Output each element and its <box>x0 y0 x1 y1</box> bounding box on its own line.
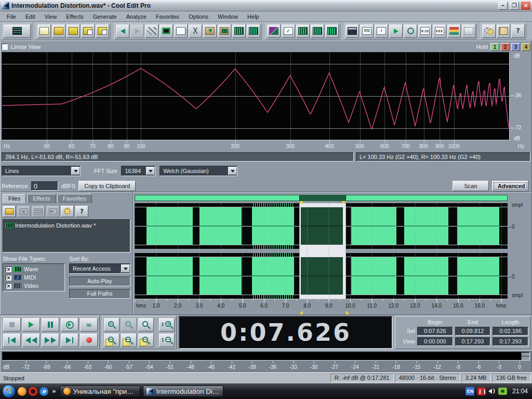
menu-generate[interactable]: Generate <box>88 12 122 21</box>
zoom-to-selection-right-button[interactable]: − <box>138 334 154 347</box>
fast-forward-button[interactable] <box>42 334 59 347</box>
record-button[interactable] <box>80 334 98 347</box>
tab-effects[interactable]: Effects <box>27 194 56 203</box>
copy-button[interactable] <box>174 24 188 38</box>
tone-burst[interactable] <box>252 207 294 245</box>
start-button[interactable] <box>2 384 16 398</box>
reference-input[interactable] <box>31 181 58 191</box>
files-help-button[interactable]: ? <box>75 206 88 217</box>
quicklaunch-ie-icon[interactable]: e <box>39 387 48 396</box>
waveform-channels[interactable] <box>135 203 508 299</box>
save-selection-button[interactable] <box>96 24 109 38</box>
cue-list-button[interactable] <box>345 24 359 38</box>
fft-size-arrow-icon[interactable] <box>146 167 155 175</box>
spectrum-plot-area[interactable] <box>2 52 510 140</box>
nvidia-tray-icon[interactable] <box>498 388 507 395</box>
hold-3-button[interactable]: 3 <box>511 43 520 51</box>
fft-size-dropdown[interactable]: 16384 <box>121 166 155 176</box>
waveform-group-button[interactable] <box>296 24 310 38</box>
scan-button[interactable]: Scan <box>453 181 489 191</box>
file-type-wave-checkbox[interactable]: × <box>6 267 11 272</box>
settings-gears-button[interactable] <box>482 24 496 38</box>
left-channel-waveform[interactable] <box>135 203 508 249</box>
cut-free-button[interactable] <box>145 24 158 38</box>
redo-button[interactable] <box>130 24 144 38</box>
tone-burst[interactable] <box>351 207 396 245</box>
tone-burst[interactable] <box>457 257 499 295</box>
rewind-button[interactable] <box>22 334 40 347</box>
adobe-tray-icon[interactable] <box>477 388 485 395</box>
insert-into-multitrack-button[interactable] <box>32 206 45 217</box>
grid-view-button[interactable]: EEE <box>433 24 446 38</box>
edit-settings-button[interactable]: ✓ <box>282 24 295 38</box>
sel-end-value[interactable]: 0:09.812 <box>455 327 491 336</box>
tone-burst[interactable] <box>404 257 448 295</box>
quicklaunch-firefox-icon[interactable] <box>18 387 26 396</box>
view-toggle-button[interactable] <box>4 24 31 38</box>
meter-clip-indicator[interactable] <box>521 352 529 360</box>
go-to-start-button[interactable] <box>3 334 21 347</box>
time-display[interactable]: 0:07.626 <box>179 316 393 349</box>
display-mode-arrow-icon[interactable] <box>71 167 80 175</box>
level-meter-bar[interactable] <box>2 352 530 361</box>
file-type-video-checkbox[interactable]: × <box>6 283 11 289</box>
menu-edit[interactable]: Edit <box>21 12 40 21</box>
copy-to-clipboard-button[interactable]: Copy to Clipboard <box>78 181 136 191</box>
file-list[interactable]: Intermodulation Distortion.wav * <box>3 219 130 252</box>
advanced-button[interactable]: Advanced <box>492 181 528 191</box>
menu-analyze[interactable]: Analyze <box>122 12 151 21</box>
cut-button[interactable] <box>189 24 202 38</box>
sel-length-value[interactable]: 0:02.186 <box>493 327 528 336</box>
tone-burst[interactable] <box>457 207 499 245</box>
hold-4-button[interactable]: 4 <box>522 43 530 51</box>
display-mode-dropdown[interactable]: Lines <box>2 166 81 176</box>
frequency-analysis-button[interactable]: EQ <box>360 24 374 38</box>
selection-end-top-marker[interactable] <box>342 201 346 205</box>
zoom-to-selection-button[interactable]: − <box>121 334 137 347</box>
file-list-item[interactable]: Intermodulation Distortion.wav * <box>5 221 128 230</box>
menu-effects[interactable]: Effects <box>61 12 88 21</box>
selection-end-marker[interactable] <box>346 311 350 314</box>
info-button[interactable]: i <box>375 24 388 38</box>
menu-favorites[interactable]: Favorites <box>151 12 184 21</box>
save-file-button[interactable] <box>66 24 80 38</box>
organizer-button[interactable] <box>447 24 461 38</box>
trim-button[interactable] <box>159 24 173 38</box>
paste-button[interactable] <box>203 24 217 38</box>
open-folder-button[interactable] <box>3 206 16 217</box>
selection-start-marker[interactable] <box>299 311 303 314</box>
paste-to-new-button[interactable] <box>232 24 246 38</box>
zoom-to-selection-left-button[interactable]: − <box>104 334 119 347</box>
spectral-view-button[interactable] <box>267 24 281 38</box>
loop-button[interactable]: ∞ <box>80 318 98 331</box>
play-list-button[interactable] <box>389 24 403 38</box>
menu-view[interactable]: View <box>40 12 62 21</box>
go-to-end-button[interactable] <box>61 334 78 347</box>
sort-by-arrow-icon[interactable] <box>121 264 130 273</box>
tone-burst[interactable] <box>200 257 242 295</box>
tone-burst[interactable] <box>200 207 242 245</box>
stop-button[interactable] <box>3 318 21 331</box>
window-function-arrow-icon[interactable] <box>228 167 237 175</box>
clock-display-button[interactable]: 0:15 <box>418 24 432 38</box>
hold-1-button[interactable]: 1 <box>490 43 499 51</box>
scripts-button[interactable] <box>497 24 510 38</box>
close-button[interactable]: × <box>521 2 530 10</box>
pause-button[interactable] <box>42 318 59 331</box>
quicklaunch-opera-icon[interactable] <box>29 387 37 396</box>
title-bar[interactable]: Intermodulation Distortion.wav* - Cool E… <box>0 0 532 11</box>
mix-paste-button[interactable] <box>218 24 231 38</box>
new-file-button[interactable] <box>37 24 51 38</box>
tone-burst[interactable] <box>351 257 396 295</box>
quicklaunch-overflow-chevron[interactable]: » <box>52 388 56 394</box>
overview-bar[interactable] <box>135 195 508 201</box>
taskbar-button-browser[interactable]: Уникальная "прим... <box>60 385 140 397</box>
tone-burst[interactable] <box>301 257 343 295</box>
auto-play-button[interactable]: Auto-Play <box>69 276 130 286</box>
vertical-zoom-out-button[interactable]: ↕− <box>159 334 175 347</box>
tone-burst[interactable] <box>404 207 448 245</box>
timeline-ruler[interactable]: hms hms 1.02.03.04.05.06.07.08.09.010.01… <box>135 299 508 310</box>
linear-view-checkbox[interactable] <box>2 44 8 50</box>
window-function-dropdown[interactable]: Welch (Gaussian) <box>159 166 237 176</box>
waveform-group-2-button[interactable] <box>311 24 324 38</box>
